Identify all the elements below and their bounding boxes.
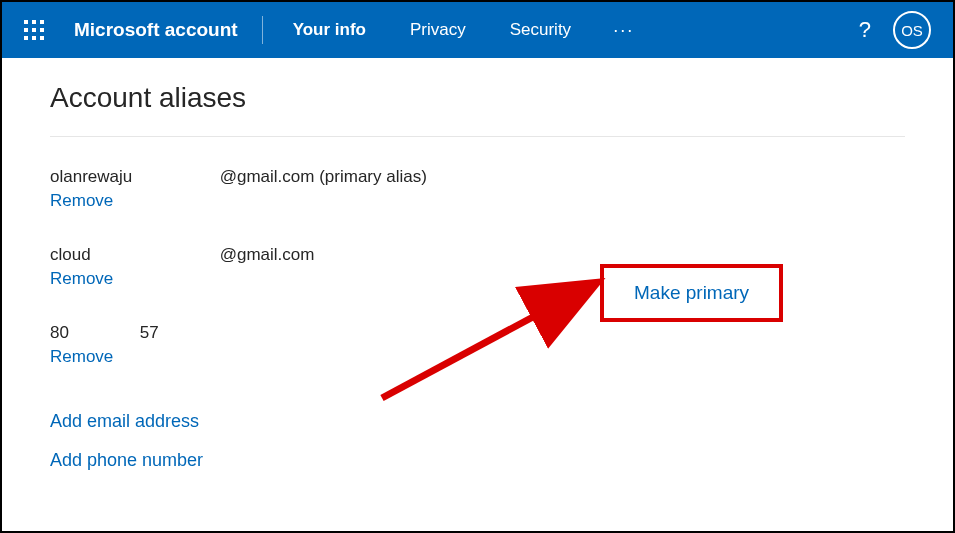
svg-rect-4 <box>32 28 36 32</box>
brand-link[interactable]: Microsoft account <box>74 19 238 41</box>
add-phone-link[interactable]: Add phone number <box>50 450 905 471</box>
svg-rect-8 <box>40 36 44 40</box>
annotation-highlight-box: Make primary <box>600 264 783 322</box>
remove-link[interactable]: Remove <box>50 347 113 367</box>
nav-security[interactable]: Security <box>488 2 593 58</box>
svg-rect-7 <box>32 36 36 40</box>
alias-number-part: 80 <box>50 323 135 343</box>
main-content: Account aliases olanrewaju @gmail.com (p… <box>2 58 953 513</box>
page-title: Account aliases <box>50 82 905 137</box>
make-primary-link[interactable]: Make primary <box>634 282 749 303</box>
help-icon[interactable]: ? <box>859 17 871 43</box>
remove-link[interactable]: Remove <box>50 269 113 289</box>
remove-link[interactable]: Remove <box>50 191 113 211</box>
nav-your-info[interactable]: Your info <box>271 2 388 58</box>
alias-number-part: 57 <box>140 323 159 342</box>
alias-domain: @gmail.com (primary alias) <box>220 167 427 187</box>
alias-row: olanrewaju @gmail.com (primary alias) Re… <box>50 167 905 211</box>
svg-rect-1 <box>32 20 36 24</box>
svg-rect-3 <box>24 28 28 32</box>
avatar[interactable]: OS <box>893 11 931 49</box>
global-header: Microsoft account Your info Privacy Secu… <box>2 2 953 58</box>
nav-privacy[interactable]: Privacy <box>388 2 488 58</box>
svg-rect-2 <box>40 20 44 24</box>
svg-rect-6 <box>24 36 28 40</box>
add-email-link[interactable]: Add email address <box>50 411 905 432</box>
nav-more-icon[interactable]: ··· <box>593 20 654 41</box>
alias-domain: @gmail.com <box>220 245 315 265</box>
svg-rect-5 <box>40 28 44 32</box>
alias-row: 80 57 Remove <box>50 323 905 367</box>
svg-rect-0 <box>24 20 28 24</box>
nav-bar: Your info Privacy Security ··· <box>271 2 655 58</box>
alias-name: olanrewaju <box>50 167 215 187</box>
nav-divider <box>262 16 263 44</box>
app-launcher-icon[interactable] <box>14 10 54 50</box>
alias-name: cloud <box>50 245 215 265</box>
